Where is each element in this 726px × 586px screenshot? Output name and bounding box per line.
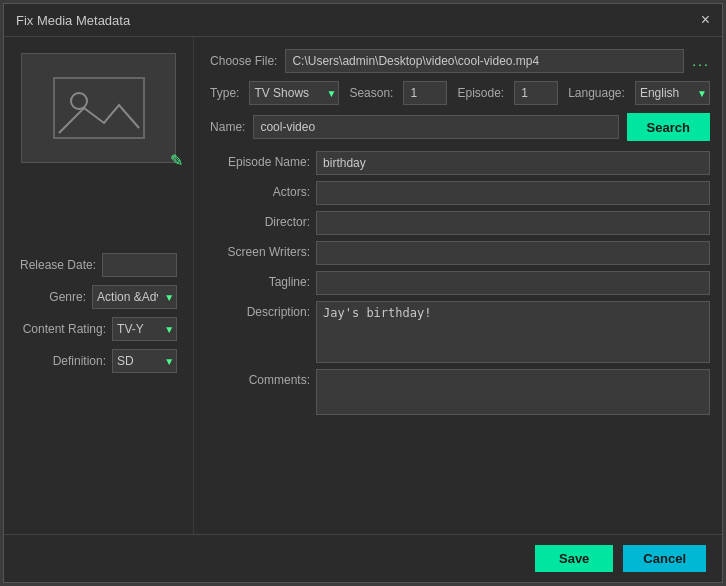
title-bar: Fix Media Metadata × — [4, 4, 722, 37]
release-date-row: Release Date: — [20, 253, 177, 277]
description-row: Description: — [210, 301, 710, 363]
name-input[interactable] — [253, 115, 618, 139]
genre-select-wrapper: Action &Adv ▼ — [92, 285, 177, 309]
episode-name-row: Episode Name: — [210, 151, 710, 175]
content-area: ✎ Release Date: Genre: Action &Adv ▼ — [4, 37, 722, 534]
type-label: Type: — [210, 86, 239, 100]
type-select[interactable]: TV Shows — [249, 81, 339, 105]
tagline-input[interactable] — [316, 271, 710, 295]
director-input[interactable] — [316, 211, 710, 235]
definition-row: Definition: SD ▼ — [20, 349, 177, 373]
actors-input[interactable] — [316, 181, 710, 205]
language-label: Language: — [568, 86, 625, 100]
release-date-input[interactable] — [102, 253, 177, 277]
left-panel: ✎ Release Date: Genre: Action &Adv ▼ — [4, 37, 194, 534]
episode-name-label: Episode Name: — [210, 151, 310, 169]
save-button[interactable]: Save — [535, 545, 613, 572]
type-season-row: Type: TV Shows ▼ Season: Episode: Langua… — [210, 81, 710, 105]
actors-label: Actors: — [210, 181, 310, 199]
comments-row: Comments: — [210, 369, 710, 415]
episode-name-input[interactable] — [316, 151, 710, 175]
actors-row: Actors: — [210, 181, 710, 205]
language-select[interactable]: English — [635, 81, 710, 105]
comments-textarea[interactable] — [316, 369, 710, 415]
definition-select[interactable]: SD — [112, 349, 177, 373]
name-label: Name: — [210, 120, 245, 134]
tagline-label: Tagline: — [210, 271, 310, 289]
bottom-bar: Save Cancel — [4, 534, 722, 582]
director-label: Director: — [210, 211, 310, 229]
thumbnail-box: ✎ — [21, 53, 176, 163]
left-fields: Release Date: Genre: Action &Adv ▼ Conte… — [20, 253, 177, 373]
content-rating-label: Content Rating: — [23, 322, 106, 336]
file-label: Choose File: — [210, 54, 277, 68]
type-select-wrapper: TV Shows ▼ — [249, 81, 339, 105]
definition-select-wrapper: SD ▼ — [112, 349, 177, 373]
close-button[interactable]: × — [701, 12, 710, 28]
edit-thumbnail-icon[interactable]: ✎ — [170, 151, 183, 170]
episode-label: Episode: — [457, 86, 504, 100]
content-rating-select[interactable]: TV-Y — [112, 317, 177, 341]
season-label: Season: — [349, 86, 393, 100]
content-rating-row: Content Rating: TV-Y ▼ — [20, 317, 177, 341]
cancel-button[interactable]: Cancel — [623, 545, 706, 572]
thumbnail-placeholder-icon — [49, 73, 149, 143]
file-row: Choose File: ... — [210, 49, 710, 73]
season-input[interactable] — [403, 81, 447, 105]
name-search-row: Name: Search — [210, 113, 710, 141]
definition-label: Definition: — [53, 354, 106, 368]
metadata-fields: Episode Name: Actors: Director: Screen W… — [210, 151, 710, 522]
genre-select[interactable]: Action &Adv — [92, 285, 177, 309]
director-row: Director: — [210, 211, 710, 235]
search-button[interactable]: Search — [627, 113, 710, 141]
language-select-wrapper: English ▼ — [635, 81, 710, 105]
content-rating-select-wrapper: TV-Y ▼ — [112, 317, 177, 341]
browse-button[interactable]: ... — [692, 53, 710, 69]
svg-rect-0 — [49, 73, 149, 143]
description-textarea[interactable] — [316, 301, 710, 363]
top-controls: Choose File: ... Type: TV Shows ▼ Season… — [210, 49, 710, 141]
dialog-title: Fix Media Metadata — [16, 13, 130, 28]
tagline-row: Tagline: — [210, 271, 710, 295]
episode-input[interactable] — [514, 81, 558, 105]
right-panel: Choose File: ... Type: TV Shows ▼ Season… — [194, 37, 722, 534]
fix-media-metadata-dialog: Fix Media Metadata × ✎ Release Date: — [3, 3, 723, 583]
screen-writers-label: Screen Writers: — [210, 241, 310, 259]
screen-writers-row: Screen Writers: — [210, 241, 710, 265]
genre-row: Genre: Action &Adv ▼ — [20, 285, 177, 309]
screen-writers-input[interactable] — [316, 241, 710, 265]
comments-label: Comments: — [210, 369, 310, 387]
release-date-label: Release Date: — [20, 258, 96, 272]
description-label: Description: — [210, 301, 310, 319]
genre-label: Genre: — [49, 290, 86, 304]
file-path-input[interactable] — [285, 49, 684, 73]
